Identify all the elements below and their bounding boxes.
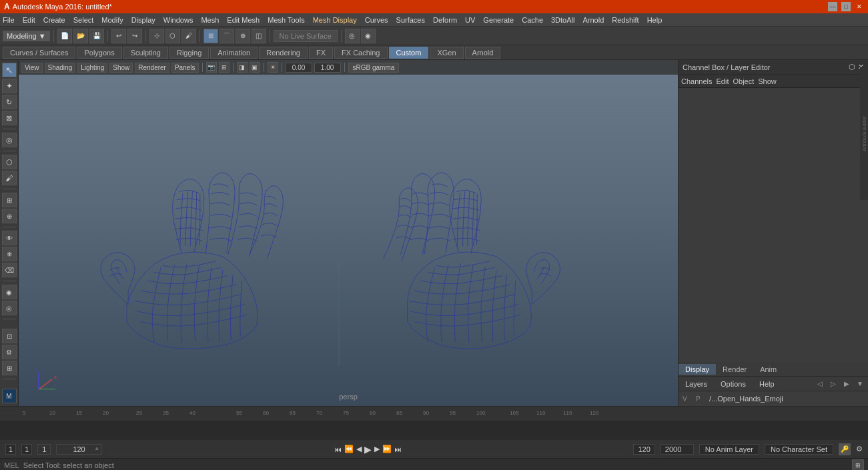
layer-p-indicator[interactable]: P [696, 395, 705, 403]
rotate-tool-btn[interactable]: ↻ [2, 95, 17, 109]
vt-cam-btn[interactable]: 📷 [206, 62, 217, 73]
go-start-btn[interactable]: ⏮ [334, 445, 342, 453]
prev-key-btn[interactable]: ⏪ [344, 445, 354, 453]
layer-add-btn[interactable]: ▶ [841, 379, 852, 389]
menu-3dtoall[interactable]: 3DtoAll [551, 16, 574, 24]
layers-menu[interactable]: Layers [681, 379, 711, 389]
menu-curves[interactable]: Curves [365, 16, 388, 24]
render-preview-btn[interactable]: ◉ [2, 285, 17, 299]
current-frame-display[interactable]: 1 [21, 444, 32, 455]
snap-point-button[interactable]: ⊕ [236, 29, 250, 43]
frame-start-input[interactable]: 1 [5, 444, 16, 455]
layer-prev-btn[interactable]: ◁ [815, 379, 825, 389]
prefs-btn[interactable]: ⚙ [856, 445, 863, 453]
vt-show[interactable]: Show [109, 63, 133, 73]
timeline-ruler[interactable]: 5 10 15 20 29 35 40 55 60 65 70 75 80 85… [0, 407, 868, 420]
select-tool[interactable]: ⊹ [149, 29, 164, 43]
auto-key-btn[interactable]: 🔑 [839, 443, 851, 455]
playback-end-input[interactable]: 120 ▲ [56, 444, 101, 455]
ipr-button[interactable]: ◉ [361, 29, 376, 43]
tab-polygons[interactable]: Polygons [77, 47, 121, 59]
object-menu[interactable]: Object [733, 77, 754, 85]
open-file-button[interactable]: 📂 [73, 29, 88, 43]
soft-select-btn[interactable]: ◎ [2, 133, 17, 147]
colorspace-selector[interactable]: sRGB gamma [348, 63, 400, 73]
vt-value1-input[interactable] [286, 63, 312, 73]
vt-wireframe-btn[interactable]: ⊞ [219, 62, 230, 73]
end-frame-input[interactable]: 120 [633, 444, 655, 455]
snap-grid-btn[interactable]: ⊞ [2, 193, 17, 207]
vt-lighting[interactable]: Lighting [77, 63, 107, 73]
lasso-btn[interactable]: ⬡ [2, 155, 17, 169]
render-button[interactable]: ◎ [345, 29, 360, 43]
menu-redshift[interactable]: Redshift [612, 16, 638, 24]
menu-create[interactable]: Create [43, 16, 65, 24]
maximize-button[interactable]: □ [841, 2, 851, 11]
tab-rendering[interactable]: Rendering [259, 47, 308, 59]
edit-menu[interactable]: Edit [716, 77, 729, 85]
scale-tool-btn[interactable]: ⊠ [2, 111, 17, 125]
channels-menu[interactable]: Channels [681, 77, 712, 85]
display-tab[interactable]: Display [679, 364, 716, 375]
show-menu[interactable]: Show [758, 77, 777, 85]
tab-fx[interactable]: FX [309, 47, 333, 59]
render-tab[interactable]: Render [716, 364, 753, 375]
menu-edit[interactable]: Edit [23, 16, 35, 24]
char-set-selector[interactable]: No Character Set [765, 444, 833, 455]
vt-panels[interactable]: Panels [171, 63, 199, 73]
tab-arnold[interactable]: Arnold [465, 47, 501, 59]
select-tool-btn[interactable]: ↖ [2, 63, 17, 77]
vt-shading[interactable]: Shading [45, 63, 76, 73]
viewport-panel[interactable]: View Shading Lighting Show Renderer Pane… [19, 60, 678, 406]
play-btn[interactable]: ▶ [364, 444, 372, 455]
menu-edit-mesh[interactable]: Edit Mesh [227, 16, 260, 24]
workspace-selector[interactable]: Modeling ▼ [3, 31, 50, 41]
anim-tab[interactable]: Anim [753, 364, 783, 375]
menu-cache[interactable]: Cache [522, 16, 543, 24]
layer-more-btn[interactable]: ▼ [855, 379, 865, 389]
step-back-btn[interactable]: ◀ [356, 445, 362, 453]
save-button[interactable]: 💾 [89, 29, 104, 43]
menu-select[interactable]: Select [73, 16, 94, 24]
vt-view[interactable]: View [21, 63, 43, 73]
menu-uv[interactable]: UV [465, 16, 475, 24]
lasso-tool[interactable]: ⬡ [165, 29, 180, 43]
next-key-btn[interactable]: ⏩ [382, 445, 392, 453]
vt-texture-btn[interactable]: ▣ [250, 62, 260, 73]
paint-btn[interactable]: 🖌 [2, 171, 17, 185]
vt-value2-input[interactable] [314, 63, 341, 73]
menu-mesh-display[interactable]: Mesh Display [313, 16, 357, 24]
freeze-btn[interactable]: ❄ [2, 247, 17, 261]
playback-start-input[interactable]: 1 [37, 444, 51, 455]
redo-button[interactable]: ↪ [127, 29, 142, 43]
tab-fx-caching[interactable]: FX Caching [334, 47, 387, 59]
vt-shading-btn[interactable]: ◨ [237, 62, 248, 73]
delete-history-btn[interactable]: ⌫ [2, 263, 17, 277]
new-file-button[interactable]: 📄 [57, 29, 72, 43]
paint-tool[interactable]: 🖌 [181, 29, 196, 43]
settings-btn[interactable]: ⚙ [2, 345, 17, 359]
tab-curves-surfaces[interactable]: Curves / Surfaces [3, 47, 75, 59]
extra-btn[interactable]: ⊞ [2, 361, 17, 375]
move-tool-btn[interactable]: ✦ [2, 79, 17, 93]
display-menu-btn[interactable]: ⊡ [2, 329, 17, 343]
snap-pts-btn[interactable]: ⊕ [2, 209, 17, 223]
options-menu[interactable]: Options [717, 379, 750, 389]
vt-lights-btn[interactable]: ☀ [268, 62, 278, 73]
menu-mesh-tools[interactable]: Mesh Tools [268, 16, 304, 24]
menu-surfaces[interactable]: Surfaces [396, 16, 425, 24]
tab-animation[interactable]: Animation [210, 47, 258, 59]
show-hide-btn[interactable]: 👁 [2, 231, 17, 245]
tab-custom[interactable]: Custom [389, 47, 429, 59]
rp-float-btn[interactable]: ⬡ [849, 63, 855, 71]
snap-surface-button[interactable]: ◫ [252, 29, 266, 43]
timeline-track[interactable] [0, 420, 868, 439]
undo-button[interactable]: ↩ [111, 29, 126, 43]
tab-rigging[interactable]: Rigging [169, 47, 209, 59]
menu-mesh[interactable]: Mesh [201, 16, 219, 24]
menu-generate[interactable]: Generate [483, 16, 514, 24]
vt-renderer[interactable]: Renderer [135, 63, 169, 73]
layer-v-indicator[interactable]: V [683, 395, 692, 403]
ipr-render-btn[interactable]: ◎ [2, 301, 17, 315]
window-controls[interactable]: — □ ✕ [828, 2, 864, 11]
